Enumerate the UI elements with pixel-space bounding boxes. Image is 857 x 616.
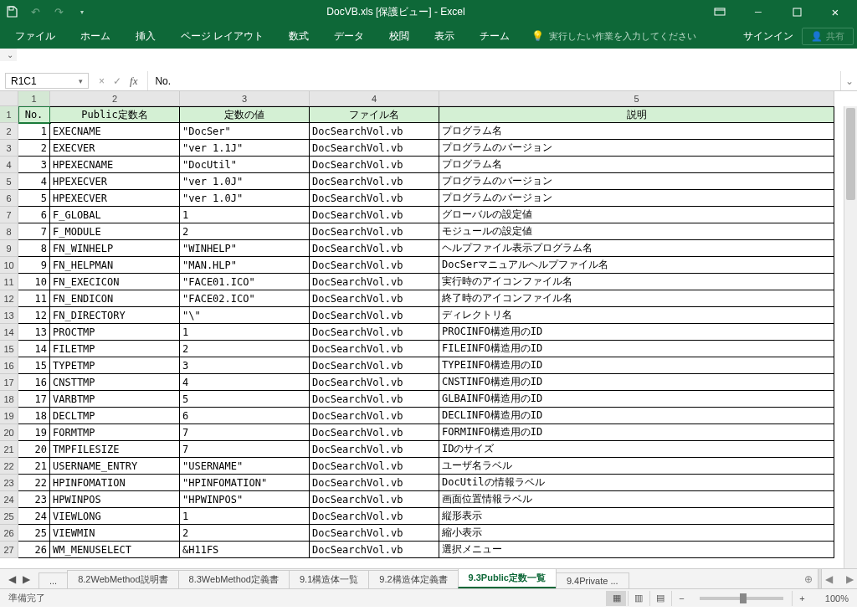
cell[interactable]: 7 [180,441,310,458]
cell[interactable]: 5 [18,190,50,207]
cell[interactable]: DocSearchVol.vb [310,491,439,508]
cell[interactable]: 3 [18,157,50,173]
cell[interactable]: FN_WINHELP [50,240,180,257]
cell[interactable]: 5 [180,391,310,408]
cell[interactable]: FN_HELPMAN [50,257,180,274]
row-header[interactable]: 26 [0,525,18,542]
cell[interactable]: PROCTMP [50,324,180,341]
normal-view-icon[interactable]: ▦ [606,591,626,606]
cell[interactable]: 9 [18,257,50,274]
tab-formulas[interactable]: 数式 [277,26,321,47]
row-header[interactable]: 17 [0,374,18,391]
sheet-tab[interactable]: 9.1構造体一覧 [289,570,369,588]
cell[interactable]: IDのサイズ [439,441,834,458]
row-header[interactable]: 9 [0,240,18,257]
cell[interactable]: 2 [180,223,310,240]
cell[interactable]: ユーザ名ラベル [439,458,834,475]
name-box[interactable]: R1C1 ▾ [5,73,89,89]
cell[interactable]: "MAN.HLP" [180,257,310,274]
cell[interactable]: DocSearchVol.vb [310,441,439,458]
hscroll-right-icon[interactable]: ▶ [846,573,854,585]
cell[interactable]: DocSearchVol.vb [310,324,439,341]
ribbon-display-icon[interactable] [703,3,736,21]
enter-icon[interactable]: ✓ [113,75,121,87]
expand-formula-bar-icon[interactable]: ⌄ [840,71,857,90]
cell[interactable]: "ver 1.0J" [180,173,310,190]
cell[interactable]: 1 [180,508,310,525]
cell[interactable]: DocSearchVol.vb [310,341,439,357]
undo-icon[interactable]: ↶ [28,5,42,18]
cell[interactable]: DocSearchVol.vb [310,374,439,391]
cell[interactable]: EXECNAME [50,123,180,140]
cell[interactable]: 2 [180,341,310,357]
row-header[interactable]: 6 [0,190,18,207]
zoom-slider-thumb[interactable] [740,593,747,603]
cell[interactable]: "ver 1.0J" [180,190,310,207]
cell[interactable]: "DocUtil" [180,157,310,173]
cell[interactable]: DocSearchVol.vb [310,357,439,374]
cell[interactable]: DocSearchVol.vb [310,475,439,491]
cancel-icon[interactable]: × [99,75,105,87]
cell[interactable]: FILETMP [50,341,180,357]
tab-file[interactable]: ファイル [3,26,67,47]
cell[interactable]: HPEXECNAME [50,157,180,173]
formula-input[interactable]: No. [147,71,840,90]
cell[interactable]: プログラム名 [439,157,834,173]
save-icon[interactable] [5,5,18,18]
cell[interactable]: 縦形表示 [439,508,834,525]
tab-insert[interactable]: 挿入 [124,26,167,47]
row-header[interactable]: 16 [0,357,18,374]
zoom-in-icon[interactable]: + [792,591,812,606]
cell[interactable]: DocSearchVol.vb [310,274,439,290]
sheet-tab-overflow[interactable]: ... [38,572,68,588]
cell[interactable]: "USERNAME" [180,458,310,475]
cell[interactable]: グローバルの設定値 [439,207,834,223]
cell[interactable]: HPINFOMATION [50,475,180,491]
cell[interactable]: 2 [18,140,50,157]
qat-dropdown-icon[interactable]: ▾ [75,5,89,18]
column-header[interactable]: 5 [439,91,834,106]
cell[interactable]: 画面位置情報ラベル [439,491,834,508]
tell-me[interactable]: 💡 実行したい作業を入力してください [531,30,696,43]
header-cell[interactable]: ファイル名 [310,106,439,123]
cell[interactable]: HPEXECVER [50,190,180,207]
cell[interactable]: 6 [180,408,310,424]
cell[interactable]: 1 [180,207,310,223]
row-header[interactable]: 24 [0,491,18,508]
add-sheet-icon[interactable]: ⊕ [799,569,818,588]
page-break-view-icon[interactable]: ▤ [649,591,670,606]
zoom-percent[interactable]: 100% [813,593,849,603]
cell[interactable]: "DocSer" [180,123,310,140]
zoom-slider[interactable] [700,597,783,600]
cell[interactable]: 4 [18,173,50,190]
cell[interactable]: F_GLOBAL [50,207,180,223]
cell[interactable]: "WINHELP" [180,240,310,257]
cell[interactable]: TMPFILESIZE [50,441,180,458]
cell[interactable]: DocSearchVol.vb [310,508,439,525]
cell[interactable]: DocSearchVol.vb [310,525,439,542]
cell[interactable]: 7 [180,424,310,441]
minimize-icon[interactable]: ─ [742,3,775,21]
cell[interactable]: "FACE01.ICO" [180,274,310,290]
cell[interactable]: CNSTTMP [50,374,180,391]
maximize-icon[interactable] [780,3,813,21]
cell[interactable]: VIEWMIN [50,525,180,542]
cell[interactable]: 8 [18,240,50,257]
cell[interactable]: WM_MENUSELECT [50,542,180,558]
scrollbar-thumb[interactable] [846,108,855,200]
cell[interactable]: 14 [18,341,50,357]
tab-team[interactable]: チーム [468,26,521,47]
cell[interactable]: DocSearchVol.vb [310,123,439,140]
row-header[interactable]: 18 [0,391,18,408]
header-cell[interactable]: No. [18,106,50,123]
cell[interactable]: 2 [180,525,310,542]
cell[interactable]: HPWINPOS [50,491,180,508]
cell[interactable]: &H11FS [180,542,310,558]
cell[interactable]: "HPINFOMATION" [180,475,310,491]
zoom-out-icon[interactable]: − [671,591,691,606]
sheet-prev-icon[interactable]: ◀ [8,573,16,585]
tab-pagelayout[interactable]: ページ レイアウト [169,26,275,47]
cell[interactable]: EXECVER [50,140,180,157]
cell[interactable]: GLBAINFO構造用のID [439,391,834,408]
row-header[interactable]: 12 [0,290,18,307]
